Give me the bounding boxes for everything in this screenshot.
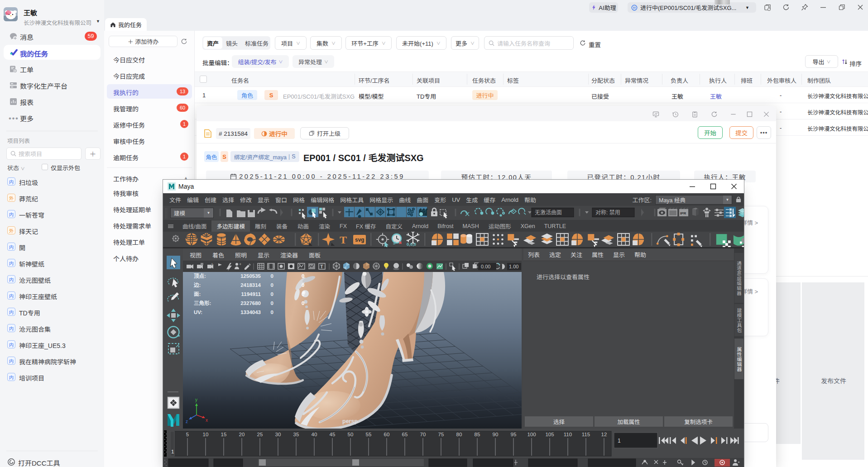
svg-text:90: 90 — [493, 432, 499, 437]
svg-text:12: 12 — [601, 432, 607, 437]
svg-text:+: + — [239, 262, 241, 267]
svg-text:边:: 边: — [193, 282, 201, 288]
svg-text:20: 20 — [239, 432, 245, 437]
svg-text:95: 95 — [511, 432, 517, 437]
svg-text:+: + — [211, 262, 213, 266]
svg-text:x: x — [206, 418, 208, 423]
svg-text:2327680: 2327680 — [240, 300, 261, 306]
svg-text:80: 80 — [456, 432, 462, 437]
svg-text:0: 0 — [271, 300, 273, 306]
svg-text:0: 0 — [302, 282, 304, 288]
svg-text:0,0,0: 0,0,0 — [407, 242, 416, 247]
svg-text:65: 65 — [402, 432, 408, 437]
svg-text:顶点:: 顶点: — [194, 273, 206, 279]
svg-text:0: 0 — [302, 273, 304, 279]
svg-text:y: y — [195, 397, 197, 402]
svg-text:0: 0 — [302, 291, 304, 297]
svg-text:15: 15 — [221, 432, 227, 437]
svg-text:0: 0 — [271, 273, 273, 279]
svg-text:1.00: 1.00 — [509, 264, 518, 269]
svg-text:面:: 面: — [194, 291, 201, 297]
svg-text:1: 1 — [171, 449, 174, 454]
svg-text:?: ? — [422, 209, 427, 217]
svg-text:1: 1 — [618, 438, 621, 444]
svg-text:55: 55 — [366, 432, 372, 437]
svg-text:70: 70 — [420, 432, 426, 437]
svg-text:2418314: 2418314 — [240, 282, 261, 288]
svg-text:115: 115 — [582, 432, 590, 437]
svg-text:10: 10 — [203, 432, 209, 437]
svg-text:0: 0 — [271, 282, 273, 288]
svg-text:1194911: 1194911 — [241, 291, 261, 297]
svg-text:50: 50 — [348, 432, 354, 437]
svg-text:5: 5 — [186, 432, 189, 437]
svg-text:三角形:: 三角形: — [194, 300, 211, 306]
svg-text:IPR: IPR — [680, 211, 686, 215]
svg-text:30: 30 — [275, 432, 281, 437]
svg-text:1334043: 1334043 — [240, 310, 261, 315]
svg-text:100: 100 — [527, 432, 536, 437]
svg-text:无激活曲面: 无激活曲面 — [535, 210, 562, 216]
svg-text:110: 110 — [564, 432, 572, 437]
svg-text:35: 35 — [293, 432, 299, 437]
svg-text:0: 0 — [271, 291, 273, 297]
svg-text:persp: persp — [342, 418, 358, 424]
svg-text:T: T — [320, 264, 323, 269]
svg-text:45: 45 — [330, 432, 336, 437]
svg-text:0: 0 — [271, 310, 273, 315]
svg-text:0.00: 0.00 — [481, 264, 490, 269]
svg-text:对称: 禁用: 对称: 禁用 — [595, 210, 620, 216]
svg-text:85: 85 — [475, 432, 480, 437]
svg-text:z: z — [186, 419, 188, 424]
svg-text:T: T — [340, 234, 347, 246]
svg-text:svg: svg — [355, 237, 364, 243]
svg-text:40: 40 — [312, 432, 317, 437]
svg-text:UV:: UV: — [194, 310, 202, 315]
svg-text:105: 105 — [545, 432, 554, 437]
svg-text:75: 75 — [438, 432, 444, 437]
svg-text:60: 60 — [384, 432, 390, 437]
svg-text:0: 0 — [302, 300, 304, 306]
svg-text:25: 25 — [257, 432, 263, 437]
svg-text:1250535: 1250535 — [240, 273, 261, 279]
